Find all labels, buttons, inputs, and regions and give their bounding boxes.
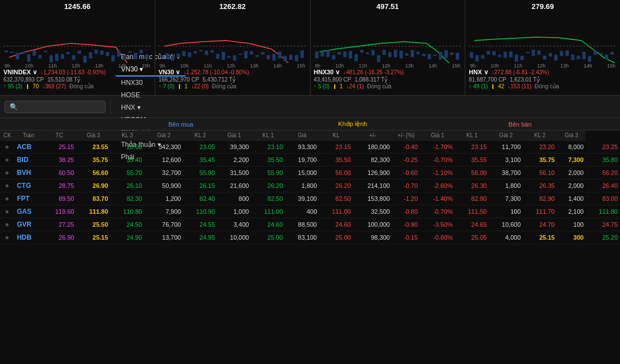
chart-panel-vn30[interactable]: 1262.829h10h11h12h13h14h15hVN30 ∨↓1,252.… [155,0,311,95]
cell-r5-c6: 110.90 [183,205,217,218]
col-header-1: Trần [15,131,42,141]
index-name-hnx[interactable]: HNX ∨ [469,69,488,76]
svg-rect-72 [411,50,414,57]
table-row[interactable]: ⊕GAS119.60111.80110.807,900110.901,00011… [0,205,620,218]
col-header-8: KL 1 [251,131,285,141]
change-hnx30: ↓481.26 (-16.25 -3.27%) [343,69,404,75]
cell-r7-c17: 300 [557,231,586,244]
table-row[interactable]: ⊕BVH60.5056.6055.7032,70055.8031,50055.9… [0,167,620,179]
cell-r5-c18: 111.80 [586,205,620,218]
cell-r2-c11: 126,900 [353,167,392,179]
chart-svg-hnx30 [314,12,462,63]
chart-info-hnx: HNX ∨↓272.88 (-6.81 -2.43%)81,687,700 CP… [469,69,617,89]
col-header-16: KL 2 [523,131,557,141]
cell-r7-c5: 13,700 [144,231,183,244]
col-header-10: KL [319,131,353,141]
svg-rect-23 [128,51,132,52]
svg-rect-88 [504,52,507,58]
nav-item-4[interactable]: HNX ▾ [115,101,186,114]
table-row[interactable]: ⊕GVR27.2525.5024.5076,70024.553,40024.60… [0,218,620,231]
svg-rect-49 [278,52,281,59]
svg-rect-60 [343,52,347,57]
cell-r5-c13: -0.70% [420,205,455,218]
cell-r4-c1: FPT [15,192,42,205]
cell-r7-c10: 25.00 [319,231,353,244]
search-box[interactable]: 🔍 [5,101,106,113]
svg-rect-28 [160,56,163,57]
cell-r1-c0: ⊕ [0,154,15,167]
svg-rect-22 [123,55,126,60]
cell-r3-c12: -0.70 [392,179,420,192]
svg-rect-71 [405,53,408,56]
svg-rect-86 [492,51,496,55]
svg-rect-35 [199,50,203,52]
cell-r5-c7: 1,000 [217,205,251,218]
svg-rect-7 [38,55,42,59]
chart-panel-hnx[interactable]: 279.699h10h11h12h13h14h15hHNX ∨↓272.88 (… [465,0,620,95]
cell-r2-c15: 38,700 [489,167,523,179]
table-row[interactable]: ⊕BID38.2535.7535.4012,60035.452,20035.50… [0,154,620,167]
cell-r7-c12: -0.15 [392,231,420,244]
chart-panel-vnindex[interactable]: 1245.669h10h11h12h13h14h15hVNINDEX ∨↓1,2… [0,0,155,95]
svg-rect-30 [171,56,174,61]
cell-r7-c11: 98,300 [353,231,392,244]
svg-rect-70 [399,51,403,59]
table-row[interactable]: ⊕CTG28.7526.9026.1050,90026.1521,60026.2… [0,179,620,192]
cell-r3-c14: 26.30 [455,179,489,192]
svg-rect-45 [255,55,259,57]
chart-price-hnx: 279.69 [532,2,554,11]
svg-rect-43 [244,51,248,59]
svg-rect-68 [388,52,392,57]
cell-r0-c18: 23.25 [586,141,620,154]
cell-r4-c6: 82.40 [183,192,217,205]
svg-rect-42 [239,53,242,55]
cell-r6-c8: 24.60 [251,218,285,231]
cell-r2-c0: ⊕ [0,167,15,179]
cell-r1-c14: 35.55 [455,154,489,167]
chart-time-vn30: 9h10h11h12h13h14h15h [159,63,307,69]
cell-r2-c6: 55.80 [183,167,217,179]
cell-r1-c11: 82,300 [353,154,392,167]
chart-panel-hnx30[interactable]: 497.519h10h11h12h13h14h15hHNX30 ∨↓481.26… [311,0,466,95]
svg-rect-82 [470,52,473,59]
index-name-vnindex[interactable]: VNINDEX ∨ [3,69,37,76]
cell-r0-c7: 39,300 [217,141,251,154]
table-row[interactable]: ⊕HDB26.9025.1524.9013,70024.9510,00025.0… [0,231,620,244]
table-container[interactable]: Bên muaKhớp lệnhBên bán CKTrầnTCGiá 3KL … [0,118,620,364]
cell-r2-c5: 32,700 [144,167,183,179]
search-input[interactable] [21,103,100,111]
svg-rect-8 [44,51,47,52]
table-row[interactable]: ⊕ACB25.1523.5523.00342,30023.0539,30023.… [0,141,620,154]
cell-r0-c1: ACB [15,141,42,154]
group-header-sell: Bên bán [420,118,620,131]
cell-r2-c9: 15,000 [285,167,319,179]
cell-r6-c15: 10,600 [489,218,523,231]
cell-r1-c1: BID [15,154,42,167]
cell-r2-c18: 56.20 [586,167,620,179]
cell-r7-c7: 10,000 [217,231,251,244]
cell-r6-c6: 24.55 [183,218,217,231]
navbar: 🔍 Danh mục của tôi ▾VN30 ▾HNX30HOSEHNX ▾… [0,96,620,118]
cell-r5-c17: 2,100 [557,205,586,218]
svg-rect-58 [332,55,335,60]
svg-rect-56 [321,51,324,56]
chart-time-vnindex: 9h10h11h12h13h14h15h [3,63,151,69]
table-body: ⊕ACB25.1523.5523.00342,30023.0539,30023.… [0,141,620,244]
cell-r4-c3: 83.70 [77,192,110,205]
svg-rect-32 [182,51,186,56]
svg-rect-10 [55,54,59,61]
index-name-hnx30[interactable]: HNX30 ∨ [314,69,340,76]
cell-r4-c16: 82.90 [523,192,557,205]
nav-separator [110,100,111,114]
chart-vol-hnx: 81,687,700 CP1,623.01 Tỷ [469,77,617,83]
chart-price-vn30: 1262.82 [219,2,246,11]
svg-rect-104 [594,51,597,55]
cell-r0-c3: 23.55 [77,141,110,154]
group-header-match: Khớp lệnh [285,118,420,131]
table-row[interactable]: ⊕FPT89.5083.7082.301,20082.4080082.5039,… [0,192,620,205]
cell-r0-c12: -0.40 [392,141,420,154]
index-name-vn30[interactable]: VN30 ∨ [159,69,181,76]
cell-r3-c9: 1,800 [285,179,319,192]
chart-price-hnx30: 497.51 [376,2,399,11]
cell-r4-c18: 83.00 [586,192,620,205]
